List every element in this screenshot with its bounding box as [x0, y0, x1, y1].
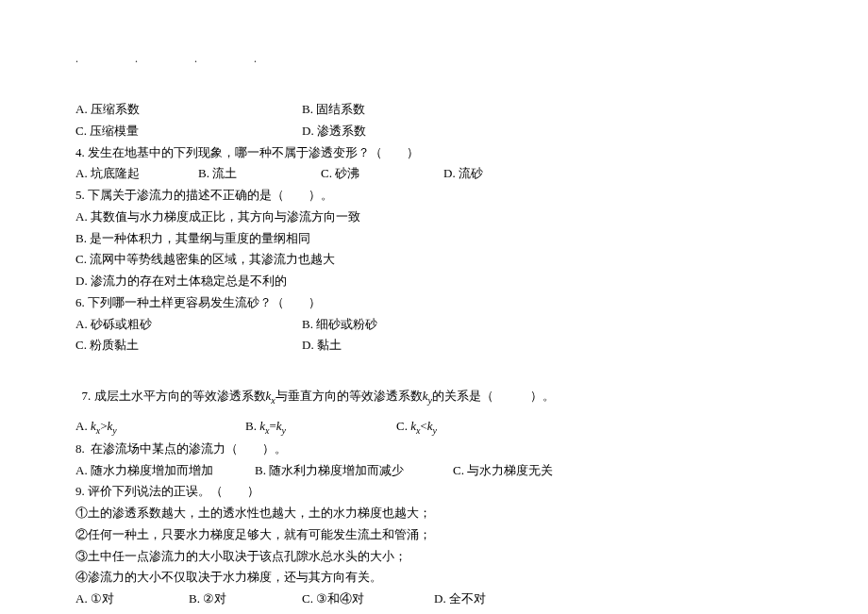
q7-options: A. kx>ky B. kx=ky C. kx<ky: [75, 416, 793, 439]
q10-stem: 10. 下列描述正确的是（ ）。: [75, 610, 793, 614]
q4-a: A. 坑底隆起: [75, 163, 198, 185]
q7-mid: 与垂直方向的等效渗透系数: [275, 389, 423, 403]
dot: .: [135, 49, 138, 69]
q5-d: D. 渗流力的存在对土体稳定总是不利的: [75, 271, 793, 292]
q6-row2: C. 粉质黏土 D. 黏土: [75, 335, 793, 357]
dot: .: [254, 49, 257, 69]
q9-d: D. 全不对: [434, 589, 547, 610]
q8-stem: 8. 在渗流场中某点的渗流力（ ）。: [75, 439, 793, 460]
option-c: C. 压缩模量: [75, 121, 302, 142]
q8-a: A. 随水力梯度增加而增加: [75, 460, 255, 482]
q6-d: D. 黏土: [302, 335, 528, 357]
q7-post: 的关系是（ ）。: [432, 389, 555, 403]
q4-d: D. 流砂: [443, 163, 566, 185]
q7-stem: 7. 成层土水平方向的等效渗透系数kx与垂直方向的等效渗透系数ky的关系是（ ）…: [75, 364, 793, 408]
q9-stem: 9. 评价下列说法的正误。（ ）: [75, 481, 793, 503]
q6-b: B. 细砂或粉砂: [302, 314, 528, 336]
header-dot-row: . . . .: [75, 49, 257, 69]
option-b: B. 固结系数: [302, 99, 528, 121]
q8-options: A. 随水力梯度增加而增加 B. 随水利力梯度增加而减少 C. 与水力梯度无关: [75, 460, 793, 482]
q9-a: A. ①对: [75, 589, 189, 610]
q6-c: C. 粉质黏土: [75, 335, 302, 357]
q9-s2: ②任何一种土，只要水力梯度足够大，就有可能发生流土和管涌；: [75, 524, 793, 546]
q7-b: B. kx=ky: [245, 416, 396, 439]
dot: .: [194, 49, 197, 69]
q7-a: A. kx>ky: [75, 416, 245, 439]
q9-options: A. ①对 B. ②对 C. ③和④对 D. 全不对: [75, 589, 793, 610]
q6-row1: A. 砂砾或粗砂 B. 细砂或粉砂: [75, 314, 793, 336]
q8-c: C. 与水力梯度无关: [453, 460, 632, 482]
option-row: A. 压缩系数 B. 固结系数: [75, 99, 793, 121]
option-a: A. 压缩系数: [75, 99, 302, 121]
q5-stem: 5. 下属关于渗流力的描述不正确的是（ ）。: [75, 185, 793, 207]
q5-b: B. 是一种体积力，其量纲与重度的量纲相同: [75, 228, 793, 250]
q4-c: C. 砂沸: [321, 163, 443, 185]
q6-a: A. 砂砾或粗砂: [75, 314, 302, 336]
q7-c: C. kx<ky: [396, 416, 547, 439]
q8-b: B. 随水利力梯度增加而减少: [255, 460, 453, 482]
option-row: C. 压缩模量 D. 渗透系数: [75, 121, 793, 142]
q4-options: A. 坑底隆起 B. 流土 C. 砂沸 D. 流砂: [75, 163, 793, 185]
q4-b: B. 流土: [198, 163, 321, 185]
dot: .: [75, 49, 78, 69]
q7-pre: 7. 成层土水平方向的等效渗透系数: [82, 389, 266, 403]
q9-s3: ③土中任一点渗流力的大小取决于该点孔隙水总水头的大小；: [75, 546, 793, 568]
q9-c: C. ③和④对: [302, 589, 434, 610]
q9-s4: ④渗流力的大小不仅取决于水力梯度，还与其方向有关。: [75, 567, 793, 589]
q9-b: B. ②对: [189, 589, 302, 610]
q6-stem: 6. 下列哪一种土样更容易发生流砂？（ ）: [75, 292, 793, 314]
q9-s1: ①土的渗透系数越大，土的透水性也越大，土的水力梯度也越大；: [75, 503, 793, 524]
q5-a: A. 其数值与水力梯度成正比，其方向与渗流方向一致: [75, 207, 793, 228]
q4-stem: 4. 发生在地基中的下列现象，哪一种不属于渗透变形？（ ）: [75, 142, 793, 164]
option-d: D. 渗透系数: [302, 121, 528, 142]
q5-c: C. 流网中等势线越密集的区域，其渗流力也越大: [75, 249, 793, 271]
